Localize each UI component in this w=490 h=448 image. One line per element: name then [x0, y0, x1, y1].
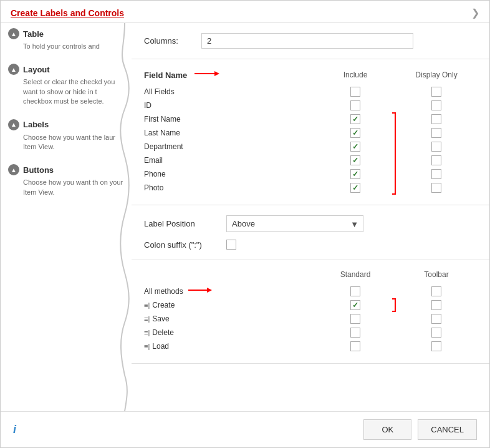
svg-marker-3: [207, 288, 212, 293]
field-name-arrow: [195, 71, 219, 80]
display-checkbox-all-fields[interactable]: [431, 87, 441, 97]
ok-button[interactable]: OK: [363, 419, 411, 440]
btn-name-delete: ≡| Delete: [144, 328, 315, 337]
field-display-all-fields: [396, 87, 477, 97]
field-name-last-name: Last Name: [144, 129, 315, 137]
chevron-right-icon[interactable]: ❯: [471, 7, 479, 19]
sidebar: ▲ Table To hold your controls and ▲ Layo…: [1, 23, 132, 411]
include-column-header: Include: [315, 71, 396, 79]
standard-checkbox-delete[interactable]: [350, 328, 360, 338]
field-display-photo: [396, 183, 477, 193]
sidebar-section-table: ▲ Table To hold your controls and: [8, 28, 124, 51]
toolbar-checkbox-delete[interactable]: [431, 328, 441, 338]
field-name-phone: Phone: [144, 170, 315, 178]
fields-table-header: Field Name Include Display Only: [144, 69, 477, 80]
btn-toolbar-load: [396, 341, 477, 351]
include-checkbox-all-fields[interactable]: [350, 87, 360, 97]
field-display-phone: [396, 169, 477, 179]
include-checkbox-email[interactable]: [350, 155, 360, 165]
include-checkbox-phone[interactable]: [350, 169, 360, 179]
sidebar-section-buttons: ▲ Buttons Choose how you want th on your…: [8, 164, 124, 197]
field-include-email: [315, 155, 396, 165]
colon-suffix-label: Colon suffix (":"): [144, 240, 219, 250]
label-position-select[interactable]: Above Left Right None: [226, 215, 363, 232]
columns-input[interactable]: [201, 33, 413, 49]
include-checkbox-id[interactable]: [350, 100, 360, 110]
create-btn-icon: ≡|: [144, 301, 150, 309]
load-btn-icon: ≡|: [144, 343, 150, 350]
display-checkbox-first-name[interactable]: [431, 114, 441, 124]
table-row: ≡| Create: [144, 298, 477, 312]
labels-collapse-button[interactable]: ▲: [8, 119, 19, 130]
field-include-phone: [315, 169, 396, 179]
display-checkbox-department[interactable]: [431, 142, 441, 152]
table-section-desc: To hold your controls and: [8, 42, 124, 51]
table-row: ≡| Delete: [144, 326, 477, 339]
field-display-email: [396, 155, 477, 165]
table-section-header[interactable]: ▲ Table: [8, 28, 124, 39]
display-checkbox-phone[interactable]: [431, 169, 441, 179]
labels-section-title: Labels: [23, 120, 49, 129]
layout-section-title: Layout: [23, 65, 50, 74]
field-include-id: [315, 100, 396, 110]
btn-toolbar-all-methods: [396, 286, 477, 296]
display-checkbox-email[interactable]: [431, 155, 441, 165]
fields-rows-container: All Fields ID: [144, 85, 477, 195]
fields-section: Field Name Include Display Only: [132, 59, 489, 205]
include-checkbox-first-name[interactable]: [350, 114, 360, 124]
btn-name-load: ≡| Load: [144, 342, 315, 351]
buttons-section-header[interactable]: ▲ Buttons: [8, 164, 124, 175]
table-row: All methods: [144, 284, 477, 298]
table-row: ID: [144, 99, 477, 112]
standard-checkbox-load[interactable]: [350, 341, 360, 351]
field-name-id: ID: [144, 101, 315, 110]
table-row: Photo: [144, 181, 477, 195]
display-checkbox-id[interactable]: [431, 100, 441, 110]
buttons-section: Standard Toolbar All methods: [132, 260, 489, 364]
sidebar-content: ▲ Table To hold your controls and ▲ Layo…: [1, 23, 132, 215]
table-row: All Fields: [144, 85, 477, 99]
field-name-photo: Photo: [144, 183, 315, 192]
sidebar-section-layout: ▲ Layout Select or clear the checkd you …: [8, 64, 124, 106]
field-include-department: [315, 142, 396, 152]
layout-section-header[interactable]: ▲ Layout: [8, 64, 124, 75]
table-row: ≡| Load: [144, 339, 477, 353]
toolbar-checkbox-save[interactable]: [431, 314, 441, 324]
info-icon[interactable]: i: [13, 423, 16, 436]
btn-name-create: ≡| Create: [144, 301, 315, 309]
colon-suffix-checkbox[interactable]: [226, 240, 236, 250]
btn-standard-create: [315, 300, 396, 310]
display-checkbox-photo[interactable]: [431, 183, 441, 193]
standard-checkbox-save[interactable]: [350, 314, 360, 324]
field-name-email: Email: [144, 156, 315, 165]
create-red-bracket: [392, 298, 396, 312]
include-checkbox-department[interactable]: [350, 142, 360, 152]
columns-section: Columns:: [132, 23, 489, 59]
toolbar-checkbox-load[interactable]: [431, 341, 441, 351]
field-display-department: [396, 142, 477, 152]
include-checkbox-last-name[interactable]: [350, 128, 360, 138]
cancel-button[interactable]: CANCEL: [418, 419, 477, 440]
table-collapse-button[interactable]: ▲: [8, 28, 19, 39]
toolbar-checkbox-create[interactable]: [431, 300, 441, 310]
wavy-divider: [118, 23, 132, 411]
btn-toolbar-create: [396, 300, 477, 310]
field-name-first-name: First Name: [144, 115, 315, 124]
include-checkbox-photo[interactable]: [350, 183, 360, 193]
standard-checkbox-all-methods[interactable]: [350, 286, 360, 296]
table-row: Department: [144, 140, 477, 153]
labels-section-header[interactable]: ▲ Labels: [8, 119, 124, 130]
colon-row: Colon suffix (":"): [144, 240, 477, 250]
red-bracket: [392, 112, 396, 195]
dialog-body: ▲ Table To hold your controls and ▲ Layo…: [1, 23, 489, 411]
layout-collapse-button[interactable]: ▲: [8, 64, 19, 75]
display-checkbox-last-name[interactable]: [431, 128, 441, 138]
columns-label: Columns:: [144, 36, 194, 46]
field-name-header: Field Name: [144, 69, 315, 80]
columns-row: Columns:: [144, 33, 477, 49]
buttons-collapse-button[interactable]: ▲: [8, 164, 19, 175]
field-display-id: [396, 100, 477, 110]
toolbar-checkbox-all-methods[interactable]: [431, 286, 441, 296]
standard-checkbox-create[interactable]: [350, 300, 360, 310]
label-position-select-wrapper: Above Left Right None ▼: [226, 215, 363, 232]
